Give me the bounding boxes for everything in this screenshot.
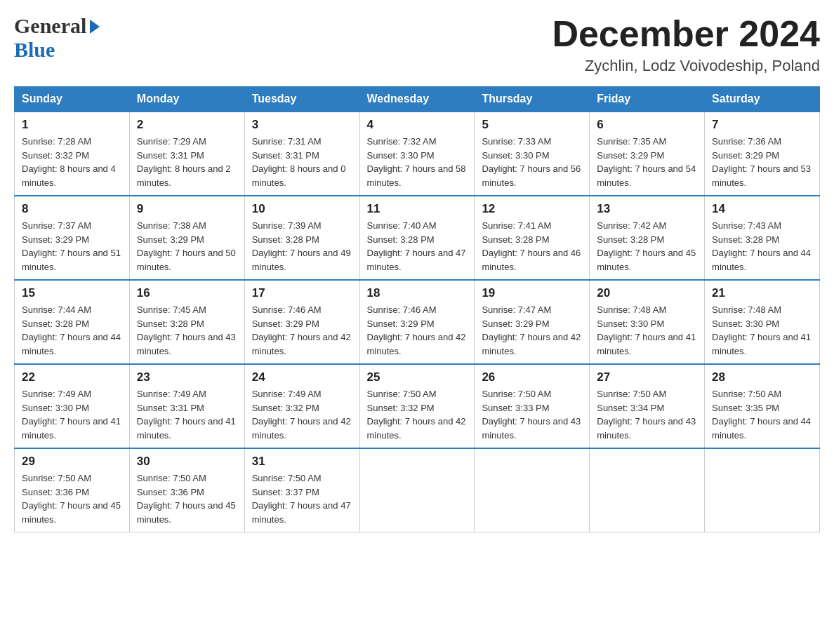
day-info: Sunrise: 7:50 AMSunset: 3:36 PMDaylight:… (22, 473, 121, 525)
logo: General Blue (14, 14, 100, 62)
day-info: Sunrise: 7:39 AMSunset: 3:28 PMDaylight:… (252, 220, 351, 272)
day-number: 12 (482, 202, 582, 216)
day-number: 21 (712, 286, 812, 300)
day-info: Sunrise: 7:33 AMSunset: 3:30 PMDaylight:… (482, 136, 581, 188)
day-number: 25 (367, 370, 468, 384)
calendar-cell: 12Sunrise: 7:41 AMSunset: 3:28 PMDayligh… (475, 196, 590, 280)
day-header-friday: Friday (590, 87, 705, 112)
day-number: 20 (597, 286, 697, 300)
day-info: Sunrise: 7:48 AMSunset: 3:30 PMDaylight:… (712, 304, 811, 356)
day-info: Sunrise: 7:35 AMSunset: 3:29 PMDaylight:… (597, 136, 696, 188)
day-number: 2 (137, 118, 237, 132)
calendar-cell: 1Sunrise: 7:28 AMSunset: 3:32 PMDaylight… (15, 112, 130, 196)
logo-general-text: General (14, 14, 86, 38)
day-number: 27 (597, 370, 697, 384)
day-info: Sunrise: 7:36 AMSunset: 3:29 PMDaylight:… (712, 136, 811, 188)
calendar-cell: 8Sunrise: 7:37 AMSunset: 3:29 PMDaylight… (15, 196, 130, 280)
calendar-cell: 10Sunrise: 7:39 AMSunset: 3:28 PMDayligh… (244, 196, 359, 280)
calendar-cell: 6Sunrise: 7:35 AMSunset: 3:29 PMDaylight… (590, 112, 705, 196)
day-info: Sunrise: 7:50 AMSunset: 3:34 PMDaylight:… (597, 389, 696, 441)
calendar-cell: 28Sunrise: 7:50 AMSunset: 3:35 PMDayligh… (705, 364, 820, 448)
day-info: Sunrise: 7:46 AMSunset: 3:29 PMDaylight:… (252, 304, 351, 356)
day-header-wednesday: Wednesday (359, 87, 475, 112)
day-info: Sunrise: 7:41 AMSunset: 3:28 PMDaylight:… (482, 220, 581, 272)
day-number: 7 (712, 118, 812, 132)
calendar-cell: 9Sunrise: 7:38 AMSunset: 3:29 PMDaylight… (129, 196, 244, 280)
day-info: Sunrise: 7:49 AMSunset: 3:32 PMDaylight:… (252, 389, 351, 441)
day-info: Sunrise: 7:42 AMSunset: 3:28 PMDaylight:… (597, 220, 696, 272)
day-info: Sunrise: 7:45 AMSunset: 3:28 PMDaylight:… (137, 304, 236, 356)
day-number: 4 (367, 118, 468, 132)
calendar-cell (705, 448, 820, 532)
day-number: 31 (252, 455, 352, 469)
day-info: Sunrise: 7:50 AMSunset: 3:37 PMDaylight:… (252, 473, 351, 525)
calendar-cell: 3Sunrise: 7:31 AMSunset: 3:31 PMDaylight… (244, 112, 359, 196)
day-info: Sunrise: 7:43 AMSunset: 3:28 PMDaylight:… (712, 220, 811, 272)
calendar-cell: 25Sunrise: 7:50 AMSunset: 3:32 PMDayligh… (359, 364, 475, 448)
day-info: Sunrise: 7:37 AMSunset: 3:29 PMDaylight:… (22, 220, 121, 272)
calendar-week-row: 8Sunrise: 7:37 AMSunset: 3:29 PMDaylight… (15, 196, 820, 280)
day-number: 23 (137, 370, 237, 384)
calendar-cell: 26Sunrise: 7:50 AMSunset: 3:33 PMDayligh… (475, 364, 590, 448)
calendar-cell: 29Sunrise: 7:50 AMSunset: 3:36 PMDayligh… (15, 448, 130, 532)
day-number: 17 (252, 286, 352, 300)
page-header: General Blue December 2024 Zychlin, Lodz… (14, 14, 820, 75)
day-info: Sunrise: 7:40 AMSunset: 3:28 PMDaylight:… (367, 220, 466, 272)
day-number: 13 (597, 202, 697, 216)
calendar-cell: 20Sunrise: 7:48 AMSunset: 3:30 PMDayligh… (590, 280, 705, 364)
day-info: Sunrise: 7:50 AMSunset: 3:32 PMDaylight:… (367, 389, 466, 441)
day-info: Sunrise: 7:38 AMSunset: 3:29 PMDaylight:… (137, 220, 236, 272)
calendar-cell: 5Sunrise: 7:33 AMSunset: 3:30 PMDaylight… (475, 112, 590, 196)
calendar-cell: 21Sunrise: 7:48 AMSunset: 3:30 PMDayligh… (705, 280, 820, 364)
day-number: 8 (22, 202, 122, 216)
calendar-cell: 11Sunrise: 7:40 AMSunset: 3:28 PMDayligh… (359, 196, 475, 280)
day-header-monday: Monday (129, 87, 244, 112)
day-info: Sunrise: 7:47 AMSunset: 3:29 PMDaylight:… (482, 304, 581, 356)
day-header-sunday: Sunday (15, 87, 130, 112)
day-header-tuesday: Tuesday (244, 87, 359, 112)
calendar-cell: 30Sunrise: 7:50 AMSunset: 3:36 PMDayligh… (129, 448, 244, 532)
calendar-week-row: 22Sunrise: 7:49 AMSunset: 3:30 PMDayligh… (15, 364, 820, 448)
calendar-cell: 2Sunrise: 7:29 AMSunset: 3:31 PMDaylight… (129, 112, 244, 196)
day-number: 29 (22, 455, 122, 469)
logo-blue-text: Blue (14, 38, 55, 61)
calendar-header-row: SundayMondayTuesdayWednesdayThursdayFrid… (15, 87, 820, 112)
calendar-cell: 7Sunrise: 7:36 AMSunset: 3:29 PMDaylight… (705, 112, 820, 196)
day-number: 11 (367, 202, 468, 216)
calendar-week-row: 15Sunrise: 7:44 AMSunset: 3:28 PMDayligh… (15, 280, 820, 364)
day-info: Sunrise: 7:31 AMSunset: 3:31 PMDaylight:… (252, 136, 346, 188)
day-number: 6 (597, 118, 697, 132)
calendar-cell: 27Sunrise: 7:50 AMSunset: 3:34 PMDayligh… (590, 364, 705, 448)
calendar-cell (475, 448, 590, 532)
day-info: Sunrise: 7:32 AMSunset: 3:30 PMDaylight:… (367, 136, 466, 188)
calendar-cell (590, 448, 705, 532)
day-number: 18 (367, 286, 468, 300)
day-info: Sunrise: 7:50 AMSunset: 3:35 PMDaylight:… (712, 389, 811, 441)
logo-arrow-icon (90, 20, 100, 34)
calendar-cell: 31Sunrise: 7:50 AMSunset: 3:37 PMDayligh… (244, 448, 359, 532)
calendar-table: SundayMondayTuesdayWednesdayThursdayFrid… (14, 86, 820, 532)
day-number: 3 (252, 118, 352, 132)
day-number: 24 (252, 370, 352, 384)
day-number: 10 (252, 202, 352, 216)
title-block: December 2024 Zychlin, Lodz Voivodeship,… (552, 14, 820, 75)
calendar-cell (359, 448, 475, 532)
day-number: 14 (712, 202, 812, 216)
calendar-cell: 16Sunrise: 7:45 AMSunset: 3:28 PMDayligh… (129, 280, 244, 364)
calendar-cell: 19Sunrise: 7:47 AMSunset: 3:29 PMDayligh… (475, 280, 590, 364)
day-number: 28 (712, 370, 812, 384)
calendar-cell: 23Sunrise: 7:49 AMSunset: 3:31 PMDayligh… (129, 364, 244, 448)
calendar-cell: 14Sunrise: 7:43 AMSunset: 3:28 PMDayligh… (705, 196, 820, 280)
day-info: Sunrise: 7:50 AMSunset: 3:36 PMDaylight:… (137, 473, 236, 525)
day-number: 16 (137, 286, 237, 300)
location-title: Zychlin, Lodz Voivodeship, Poland (552, 57, 820, 75)
calendar-cell: 24Sunrise: 7:49 AMSunset: 3:32 PMDayligh… (244, 364, 359, 448)
day-info: Sunrise: 7:29 AMSunset: 3:31 PMDaylight:… (137, 136, 231, 188)
day-number: 26 (482, 370, 582, 384)
calendar-week-row: 1Sunrise: 7:28 AMSunset: 3:32 PMDaylight… (15, 112, 820, 196)
day-number: 15 (22, 286, 122, 300)
calendar-week-row: 29Sunrise: 7:50 AMSunset: 3:36 PMDayligh… (15, 448, 820, 532)
day-number: 30 (137, 455, 237, 469)
day-number: 1 (22, 118, 122, 132)
day-info: Sunrise: 7:46 AMSunset: 3:29 PMDaylight:… (367, 304, 466, 356)
